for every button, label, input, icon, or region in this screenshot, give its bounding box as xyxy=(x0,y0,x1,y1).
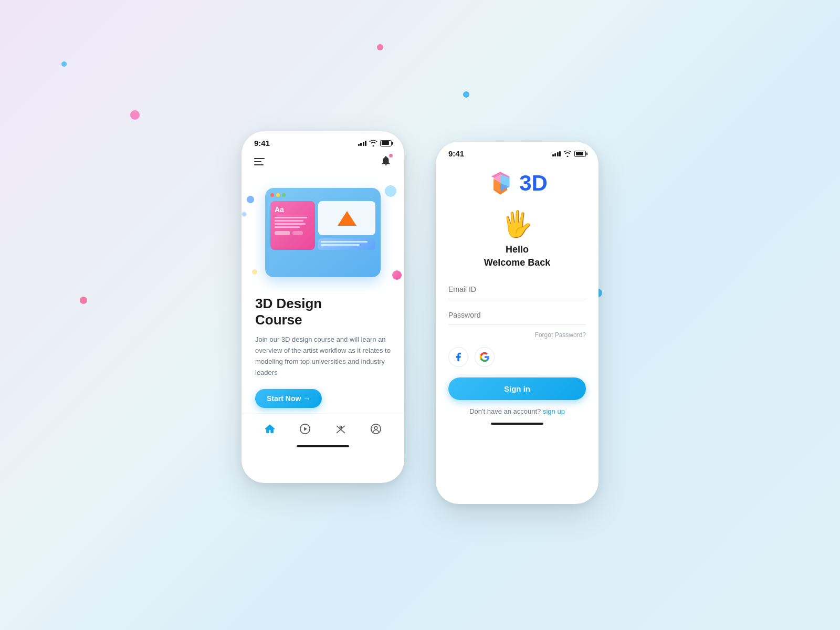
decorative-dot-2 xyxy=(130,110,140,120)
nav-play-button[interactable] xyxy=(293,420,317,438)
course-title: 3D Design Course xyxy=(255,296,391,328)
decorative-dot-5 xyxy=(463,91,469,98)
facebook-icon xyxy=(453,352,464,362)
google-icon xyxy=(479,352,490,362)
phone-left: 9:41 xyxy=(242,131,404,483)
deco-circle-5 xyxy=(252,269,257,275)
decorative-dot-1 xyxy=(61,61,67,67)
no-account-text: Don't have an account? sign up xyxy=(448,407,586,415)
status-bar-left: 9:41 xyxy=(242,131,404,151)
welcome-text: Hello Welcome Back xyxy=(448,243,586,269)
svg-point-5 xyxy=(371,424,381,433)
status-bar-right: 9:41 xyxy=(436,142,598,161)
svg-point-6 xyxy=(375,426,378,429)
bottom-nav-left xyxy=(242,413,404,441)
brand-label: 3D xyxy=(519,171,548,196)
home-indicator-right xyxy=(491,423,543,425)
time-right: 9:41 xyxy=(448,149,464,158)
wifi-icon-left xyxy=(369,140,377,146)
design-mockup: Aa xyxy=(265,188,381,277)
nav-tools-button[interactable] xyxy=(329,420,353,438)
email-input[interactable] xyxy=(448,280,586,299)
password-input[interactable] xyxy=(448,306,586,325)
top-nav-left xyxy=(242,151,404,175)
phones-container: 9:41 xyxy=(0,0,840,630)
deco-circle-4 xyxy=(385,185,396,197)
wifi-icon-right xyxy=(563,151,572,157)
notification-dot xyxy=(389,154,393,158)
battery-icon-left xyxy=(380,140,392,146)
google-login-button[interactable] xyxy=(475,347,495,367)
course-description: Join our 3D design course and will learn… xyxy=(255,334,391,378)
brand-header: 3D xyxy=(448,170,586,197)
signal-icon-left xyxy=(358,141,367,146)
course-content: 3D Design Course Join our 3D design cour… xyxy=(242,296,404,413)
sign-up-link[interactable]: sign up xyxy=(543,407,565,415)
status-icons-left xyxy=(358,140,392,146)
time-left: 9:41 xyxy=(254,139,270,148)
signal-icon-right xyxy=(552,151,561,156)
status-icons-right xyxy=(552,151,586,157)
start-now-button[interactable]: Start Now → xyxy=(255,389,322,408)
social-login-options xyxy=(448,347,586,367)
svg-point-4 xyxy=(340,426,342,428)
triangle-illustration xyxy=(338,211,356,226)
menu-icon[interactable] xyxy=(254,158,265,165)
nav-profile-button[interactable] xyxy=(364,420,388,438)
forgot-password-link[interactable]: Forgot Password? xyxy=(448,331,586,339)
wave-emoji: 🖐️ xyxy=(448,209,586,239)
svg-marker-1 xyxy=(304,427,307,430)
deco-circle-1 xyxy=(247,196,254,203)
home-indicator-left xyxy=(297,445,349,447)
notification-bell-icon[interactable] xyxy=(380,155,392,169)
nav-home-button[interactable] xyxy=(258,420,282,438)
cube-icon xyxy=(487,170,514,197)
login-content: 3D 🖐️ Hello Welcome Back Forgot Password… xyxy=(436,170,598,415)
deco-circle-3 xyxy=(392,270,402,280)
battery-icon-right xyxy=(574,151,586,157)
decorative-dot-4 xyxy=(377,44,383,50)
facebook-login-button[interactable] xyxy=(448,347,468,367)
phone-right: 9:41 xyxy=(436,142,598,504)
sign-in-button[interactable]: Sign in xyxy=(448,377,586,400)
deco-circle-2 xyxy=(242,212,247,217)
course-illustration: Aa xyxy=(242,180,404,285)
decorative-dot-3 xyxy=(80,297,87,304)
